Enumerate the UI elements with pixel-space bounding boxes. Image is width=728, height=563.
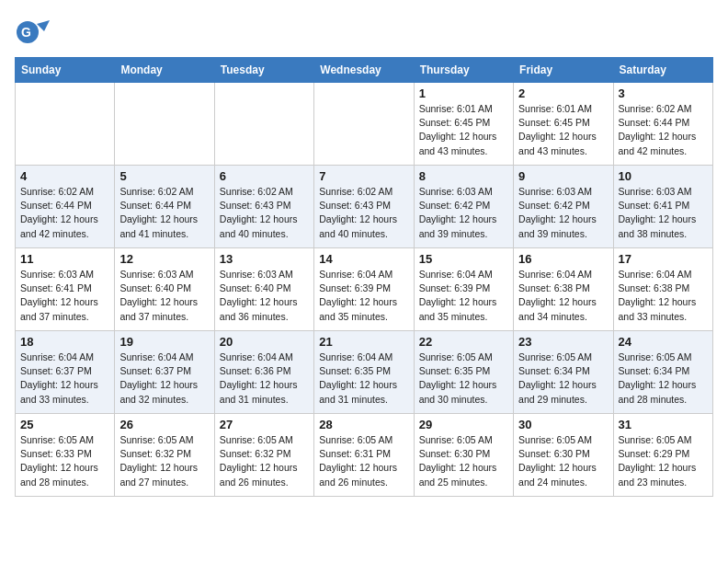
weekday-header-wednesday: Wednesday xyxy=(314,58,414,83)
day-info: Sunrise: 6:01 AM Sunset: 6:45 PM Dayligh… xyxy=(518,102,608,158)
calendar-cell: 26Sunrise: 6:05 AM Sunset: 6:32 PM Dayli… xyxy=(115,414,214,497)
day-info: Sunrise: 6:04 AM Sunset: 6:39 PM Dayligh… xyxy=(319,268,408,324)
logo-icon: G xyxy=(15,15,50,50)
calendar-cell: 2Sunrise: 6:01 AM Sunset: 6:45 PM Daylig… xyxy=(514,83,613,166)
calendar-cell: 3Sunrise: 6:02 AM Sunset: 6:44 PM Daylig… xyxy=(613,83,712,166)
weekday-header-saturday: Saturday xyxy=(613,58,712,83)
day-number: 29 xyxy=(419,418,508,431)
day-number: 6 xyxy=(220,169,309,183)
weekday-header-friday: Friday xyxy=(514,58,613,83)
day-number: 13 xyxy=(220,252,309,266)
calendar-cell: 20Sunrise: 6:04 AM Sunset: 6:36 PM Dayli… xyxy=(214,331,313,414)
calendar-cell: 18Sunrise: 6:04 AM Sunset: 6:37 PM Dayli… xyxy=(16,331,115,414)
day-info: Sunrise: 6:02 AM Sunset: 6:44 PM Dayligh… xyxy=(20,185,109,241)
day-number: 25 xyxy=(20,418,109,431)
day-number: 4 xyxy=(20,169,109,183)
day-number: 24 xyxy=(619,335,708,349)
calendar-cell: 9Sunrise: 6:03 AM Sunset: 6:42 PM Daylig… xyxy=(514,166,613,248)
day-info: Sunrise: 6:04 AM Sunset: 6:39 PM Dayligh… xyxy=(419,268,508,324)
calendar-cell: 28Sunrise: 6:05 AM Sunset: 6:31 PM Dayli… xyxy=(314,414,414,497)
weekday-header-sunday: Sunday xyxy=(16,58,115,83)
day-info: Sunrise: 6:05 AM Sunset: 6:35 PM Dayligh… xyxy=(419,350,508,407)
calendar-cell xyxy=(16,83,115,166)
day-info: Sunrise: 6:04 AM Sunset: 6:38 PM Dayligh… xyxy=(518,268,608,324)
calendar-cell: 6Sunrise: 6:02 AM Sunset: 6:43 PM Daylig… xyxy=(214,166,313,248)
calendar-cell: 13Sunrise: 6:03 AM Sunset: 6:40 PM Dayli… xyxy=(214,248,313,331)
day-number: 16 xyxy=(518,252,608,266)
day-number: 8 xyxy=(419,169,508,183)
calendar-week-5: 25Sunrise: 6:05 AM Sunset: 6:33 PM Dayli… xyxy=(16,414,713,497)
day-info: Sunrise: 6:05 AM Sunset: 6:29 PM Dayligh… xyxy=(619,433,708,489)
day-info: Sunrise: 6:05 AM Sunset: 6:33 PM Dayligh… xyxy=(20,433,109,489)
day-info: Sunrise: 6:05 AM Sunset: 6:34 PM Dayligh… xyxy=(518,350,608,407)
day-number: 20 xyxy=(220,335,309,349)
calendar-cell xyxy=(115,83,214,166)
calendar-cell: 15Sunrise: 6:04 AM Sunset: 6:39 PM Dayli… xyxy=(414,248,513,331)
day-info: Sunrise: 6:05 AM Sunset: 6:31 PM Dayligh… xyxy=(319,433,408,489)
calendar-cell xyxy=(214,83,313,166)
day-info: Sunrise: 6:02 AM Sunset: 6:44 PM Dayligh… xyxy=(119,185,209,241)
day-info: Sunrise: 6:05 AM Sunset: 6:32 PM Dayligh… xyxy=(119,433,209,489)
weekday-header-tuesday: Tuesday xyxy=(214,58,313,83)
day-number: 23 xyxy=(518,335,608,349)
calendar-week-1: 1Sunrise: 6:01 AM Sunset: 6:45 PM Daylig… xyxy=(16,83,713,166)
day-info: Sunrise: 6:05 AM Sunset: 6:30 PM Dayligh… xyxy=(518,433,608,489)
day-number: 21 xyxy=(319,335,408,349)
weekday-header-monday: Monday xyxy=(115,58,214,83)
day-number: 7 xyxy=(319,169,408,183)
weekday-header-thursday: Thursday xyxy=(414,58,513,83)
calendar-cell: 29Sunrise: 6:05 AM Sunset: 6:30 PM Dayli… xyxy=(414,414,513,497)
day-number: 12 xyxy=(119,252,209,266)
calendar-cell: 31Sunrise: 6:05 AM Sunset: 6:29 PM Dayli… xyxy=(613,414,712,497)
day-info: Sunrise: 6:03 AM Sunset: 6:41 PM Dayligh… xyxy=(619,185,708,241)
calendar-cell: 23Sunrise: 6:05 AM Sunset: 6:34 PM Dayli… xyxy=(514,331,613,414)
day-number: 28 xyxy=(319,418,408,431)
day-number: 11 xyxy=(20,252,109,266)
svg-marker-2 xyxy=(37,20,50,31)
day-info: Sunrise: 6:04 AM Sunset: 6:37 PM Dayligh… xyxy=(119,350,209,407)
day-number: 5 xyxy=(119,169,209,183)
calendar-cell: 17Sunrise: 6:04 AM Sunset: 6:38 PM Dayli… xyxy=(613,248,712,331)
page-header: G xyxy=(15,15,713,50)
day-info: Sunrise: 6:03 AM Sunset: 6:40 PM Dayligh… xyxy=(220,268,309,324)
day-number: 3 xyxy=(619,86,708,100)
calendar-cell: 14Sunrise: 6:04 AM Sunset: 6:39 PM Dayli… xyxy=(314,248,414,331)
calendar-cell: 24Sunrise: 6:05 AM Sunset: 6:34 PM Dayli… xyxy=(613,331,712,414)
day-number: 27 xyxy=(220,418,309,431)
day-info: Sunrise: 6:04 AM Sunset: 6:38 PM Dayligh… xyxy=(619,268,708,324)
calendar-cell: 7Sunrise: 6:02 AM Sunset: 6:43 PM Daylig… xyxy=(314,166,414,248)
day-number: 15 xyxy=(419,252,508,266)
calendar-cell: 21Sunrise: 6:04 AM Sunset: 6:35 PM Dayli… xyxy=(314,331,414,414)
day-info: Sunrise: 6:02 AM Sunset: 6:44 PM Dayligh… xyxy=(619,102,708,158)
day-info: Sunrise: 6:03 AM Sunset: 6:42 PM Dayligh… xyxy=(419,185,508,241)
day-info: Sunrise: 6:04 AM Sunset: 6:37 PM Dayligh… xyxy=(20,350,109,407)
calendar-table: SundayMondayTuesdayWednesdayThursdayFrid… xyxy=(15,57,713,497)
day-info: Sunrise: 6:03 AM Sunset: 6:41 PM Dayligh… xyxy=(20,268,109,324)
calendar-cell: 30Sunrise: 6:05 AM Sunset: 6:30 PM Dayli… xyxy=(514,414,613,497)
calendar-body: 1Sunrise: 6:01 AM Sunset: 6:45 PM Daylig… xyxy=(16,83,713,497)
calendar-week-4: 18Sunrise: 6:04 AM Sunset: 6:37 PM Dayli… xyxy=(16,331,713,414)
day-info: Sunrise: 6:05 AM Sunset: 6:30 PM Dayligh… xyxy=(419,433,508,489)
day-number: 18 xyxy=(20,335,109,349)
calendar-cell: 8Sunrise: 6:03 AM Sunset: 6:42 PM Daylig… xyxy=(414,166,513,248)
day-info: Sunrise: 6:03 AM Sunset: 6:42 PM Dayligh… xyxy=(518,185,608,241)
calendar-cell: 1Sunrise: 6:01 AM Sunset: 6:45 PM Daylig… xyxy=(414,83,513,166)
day-info: Sunrise: 6:02 AM Sunset: 6:43 PM Dayligh… xyxy=(220,185,309,241)
calendar-cell: 27Sunrise: 6:05 AM Sunset: 6:32 PM Dayli… xyxy=(214,414,313,497)
day-number: 10 xyxy=(619,169,708,183)
day-number: 31 xyxy=(619,418,708,431)
day-number: 2 xyxy=(518,86,608,100)
calendar-week-3: 11Sunrise: 6:03 AM Sunset: 6:41 PM Dayli… xyxy=(16,248,713,331)
day-info: Sunrise: 6:02 AM Sunset: 6:43 PM Dayligh… xyxy=(319,185,408,241)
day-info: Sunrise: 6:04 AM Sunset: 6:35 PM Dayligh… xyxy=(319,350,408,407)
calendar-cell: 12Sunrise: 6:03 AM Sunset: 6:40 PM Dayli… xyxy=(115,248,214,331)
day-number: 30 xyxy=(518,418,608,431)
calendar-cell: 25Sunrise: 6:05 AM Sunset: 6:33 PM Dayli… xyxy=(16,414,115,497)
calendar-cell: 22Sunrise: 6:05 AM Sunset: 6:35 PM Dayli… xyxy=(414,331,513,414)
day-number: 26 xyxy=(119,418,209,431)
calendar-cell: 4Sunrise: 6:02 AM Sunset: 6:44 PM Daylig… xyxy=(16,166,115,248)
calendar-cell: 10Sunrise: 6:03 AM Sunset: 6:41 PM Dayli… xyxy=(613,166,712,248)
calendar-cell: 5Sunrise: 6:02 AM Sunset: 6:44 PM Daylig… xyxy=(115,166,214,248)
calendar-header-row: SundayMondayTuesdayWednesdayThursdayFrid… xyxy=(16,58,713,83)
day-info: Sunrise: 6:05 AM Sunset: 6:34 PM Dayligh… xyxy=(619,350,708,407)
